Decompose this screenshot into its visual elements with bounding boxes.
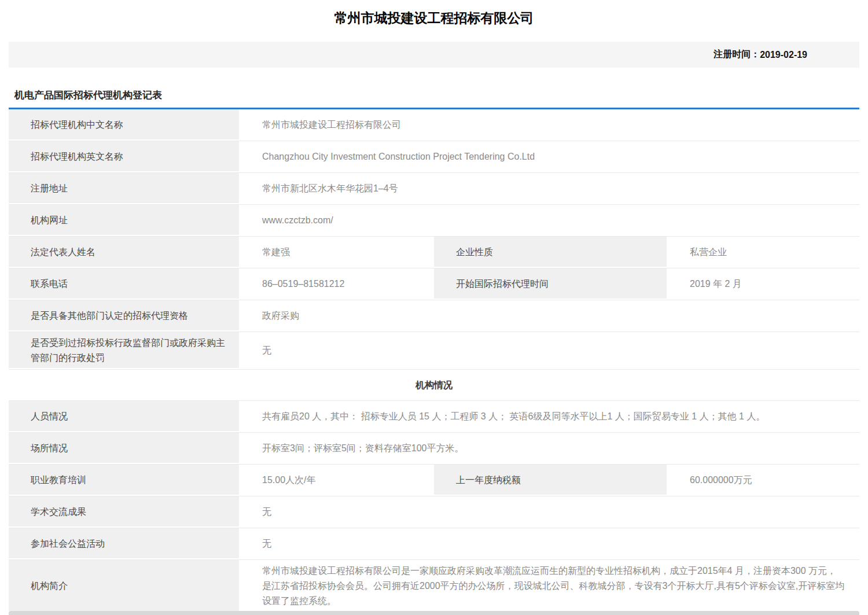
field-label: 上一年度纳税额 (434, 465, 667, 496)
field-value: 共有雇员20 人，其中： 招标专业人员 15 人；工程师 3 人； 英语6级及同… (239, 401, 859, 432)
footer-bar (9, 611, 859, 615)
field-label: 机构简介 (9, 560, 239, 612)
field-value: 常州市城投建设工程招标有限公司是一家顺应政府采购改革潮流应运而生的新型的专业性招… (239, 560, 859, 612)
table-section-org: 机构情况 (9, 370, 859, 401)
field-label: 职业教育培训 (9, 465, 239, 496)
field-label: 参加社会公益活动 (9, 528, 239, 559)
field-value: Changzhou City Investment Construction P… (239, 141, 859, 172)
field-value: 无 (239, 496, 859, 528)
table-row-venue: 场所情况 开标室3间；评标室5间；资料存储室100平方米。 (9, 433, 859, 465)
field-value: 政府采购 (239, 300, 859, 332)
table-row-phone: 联系电话 86–0519–81581212 开始国际招标代理时间 2019 年 … (9, 268, 859, 300)
table-row-training: 职业教育培训 15.00人次/年 上一年度纳税额 60.000000万元 (9, 465, 859, 496)
page-title: 常州市城投建设工程招标有限公司 (0, 9, 868, 27)
table-row-staff: 人员情况 共有雇员20 人，其中： 招标专业人员 15 人；工程师 3 人； 英… (9, 401, 859, 433)
field-label: 联系电话 (9, 268, 239, 300)
table-row-intro: 机构简介 常州市城投建设工程招标有限公司是一家顺应政府采购改革潮流应运而生的新型… (9, 560, 859, 613)
field-label: 开始国际招标代理时间 (434, 268, 667, 300)
field-label: 招标代理机构英文名称 (9, 141, 239, 172)
register-time-value: 2019-02-19 (760, 50, 807, 60)
register-time-bar: 注册时间： 2019-02-19 (9, 42, 859, 68)
field-value: 常建强 (239, 237, 434, 268)
field-label: 注册地址 (9, 173, 239, 204)
field-value: 60.000000万元 (667, 465, 859, 496)
field-value: 无 (239, 528, 859, 559)
field-label: 是否具备其他部门认定的招标代理资格 (9, 300, 239, 332)
field-value: 2019 年 2 月 (667, 268, 859, 300)
table-row-website: 机构网址 www.czctzb.com/ (9, 205, 859, 237)
table-row-en-name: 招标代理机构英文名称 Changzhou City Investment Con… (9, 141, 859, 173)
section-header: 机构情况 (9, 370, 859, 400)
field-label: 场所情况 (9, 433, 239, 464)
register-time-label: 注册时间： (713, 49, 760, 61)
field-label: 企业性质 (434, 237, 667, 268)
field-value: 无 (239, 332, 859, 369)
form-title: 机电产品国际招标代理机构登记表 (9, 89, 859, 108)
field-label: 机构网址 (9, 205, 239, 236)
field-value: 86–0519–81581212 (239, 268, 434, 300)
registration-table: 招标代理机构中文名称 常州市城投建设工程招标有限公司 招标代理机构英文名称 Ch… (9, 108, 859, 613)
field-label: 法定代表人姓名 (9, 237, 239, 268)
field-value: 开标室3间；评标室5间；资料存储室100平方米。 (239, 433, 859, 464)
field-value: 常州市城投建设工程招标有限公司 (239, 109, 859, 141)
field-value: 常州市新北区水木年华花园1–4号 (239, 173, 859, 204)
table-row-penalty: 是否受到过招标投标行政监督部门或政府采购主管部门的行政处罚 无 (9, 332, 859, 370)
table-row-charity: 参加社会公益活动 无 (9, 528, 859, 560)
table-row-cn-name: 招标代理机构中文名称 常州市城投建设工程招标有限公司 (9, 109, 859, 141)
table-row-academic: 学术交流成果 无 (9, 496, 859, 528)
table-row-legal-rep: 法定代表人姓名 常建强 企业性质 私营企业 (9, 237, 859, 268)
table-row-other-qualification: 是否具备其他部门认定的招标代理资格 政府采购 (9, 300, 859, 332)
field-value: 15.00人次/年 (239, 465, 434, 496)
field-label: 是否受到过招标投标行政监督部门或政府采购主管部门的行政处罚 (9, 332, 239, 369)
field-value: 私营企业 (667, 237, 859, 268)
table-row-address: 注册地址 常州市新北区水木年华花园1–4号 (9, 173, 859, 205)
field-label: 人员情况 (9, 401, 239, 432)
field-label: 招标代理机构中文名称 (9, 109, 239, 141)
field-label: 学术交流成果 (9, 496, 239, 528)
field-value: www.czctzb.com/ (239, 205, 859, 236)
